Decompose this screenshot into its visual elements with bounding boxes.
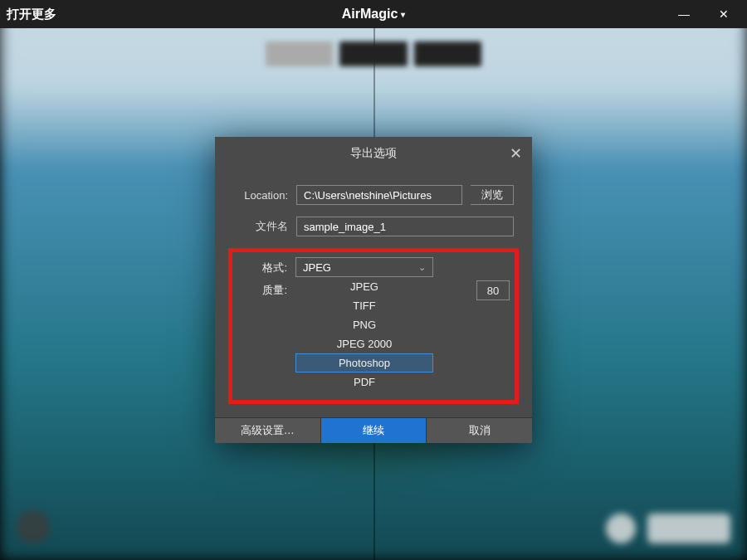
circle-control[interactable] xyxy=(606,514,636,543)
chevron-down-icon: ⌄ xyxy=(418,262,426,273)
format-selected-text: JPEG xyxy=(303,261,331,274)
location-label: Location: xyxy=(233,189,288,202)
export-dialog: 导出选项 ✕ Location: 浏览 文件名 格式: JPEG ⌄ xyxy=(215,137,532,443)
format-row: 格式: JPEG ⌄ JPEG TIFF PNG JPEG 2000 Photo… xyxy=(237,257,510,392)
close-icon[interactable]: ✕ xyxy=(510,144,522,163)
open-more-button[interactable]: 打开更多 xyxy=(7,7,56,22)
format-option-tiff[interactable]: TIFF xyxy=(295,296,433,315)
dialog-title: 导出选项 xyxy=(350,146,397,161)
format-option-pdf[interactable]: PDF xyxy=(295,373,433,392)
highlight-box: 格式: JPEG ⌄ JPEG TIFF PNG JPEG 2000 Photo… xyxy=(228,248,519,404)
filename-row: 文件名 xyxy=(233,217,514,236)
format-option-jpeg2000[interactable]: JPEG 2000 xyxy=(295,334,433,353)
app-title: AirMagic▾ xyxy=(0,7,747,22)
browse-button[interactable]: 浏览 xyxy=(471,185,514,205)
bottom-right-controls xyxy=(606,514,730,543)
filename-label: 文件名 xyxy=(233,219,288,234)
dialog-body: Location: 浏览 文件名 格式: JPEG ⌄ J xyxy=(215,170,532,417)
continue-button[interactable]: 继续 xyxy=(321,418,427,443)
format-option-jpeg[interactable]: JPEG xyxy=(295,277,433,296)
advanced-settings-button[interactable]: 高级设置… xyxy=(215,418,321,443)
format-select[interactable]: JPEG ⌄ xyxy=(295,257,433,277)
pill-control[interactable] xyxy=(647,514,730,543)
window-buttons: ― ✕ xyxy=(676,7,740,21)
format-option-png[interactable]: PNG xyxy=(295,315,433,334)
dialog-footer: 高级设置… 继续 取消 xyxy=(215,417,532,443)
format-select-display[interactable]: JPEG ⌄ xyxy=(295,257,433,277)
format-option-photoshop[interactable]: Photoshop xyxy=(295,353,433,373)
filename-input[interactable] xyxy=(296,217,514,236)
bottom-left-control[interactable] xyxy=(17,510,50,543)
quality-label: 质量: xyxy=(237,283,287,298)
caret-down-icon: ▾ xyxy=(401,10,405,19)
quality-value[interactable]: 80 xyxy=(476,280,510,300)
title-bar: 打开更多 AirMagic▾ ― ✕ xyxy=(0,0,747,28)
format-select-column: JPEG ⌄ JPEG TIFF PNG JPEG 2000 Photoshop… xyxy=(295,257,433,392)
minimize-button[interactable]: ― xyxy=(676,7,692,21)
format-dropdown: JPEG TIFF PNG JPEG 2000 Photoshop PDF xyxy=(295,277,433,392)
toolbar-blur xyxy=(266,41,481,66)
app-name-text: AirMagic xyxy=(342,7,398,21)
cancel-button[interactable]: 取消 xyxy=(427,418,532,443)
location-row: Location: 浏览 xyxy=(233,185,514,205)
close-window-button[interactable]: ✕ xyxy=(715,7,732,21)
format-label: 格式: xyxy=(237,257,287,275)
location-input[interactable] xyxy=(296,185,462,205)
dialog-header: 导出选项 ✕ xyxy=(215,137,532,170)
